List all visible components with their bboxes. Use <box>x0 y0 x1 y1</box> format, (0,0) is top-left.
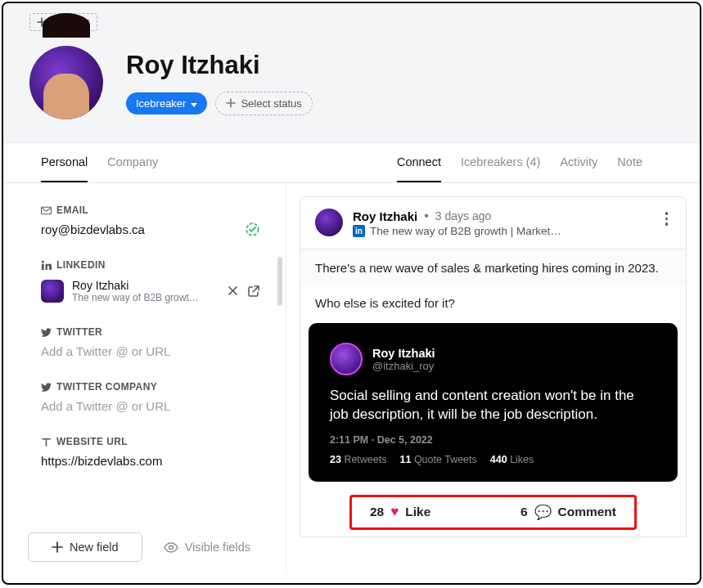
twitter-icon <box>41 327 52 338</box>
linkedin-avatar <box>41 280 64 303</box>
tweet-timestamp: 2:11 PM · Dec 5, 2022 <box>330 434 656 446</box>
activity-pane: Roy Itzhaki • 3 days ago in The new way … <box>286 183 700 573</box>
tab-activity[interactable]: Activity <box>560 143 597 182</box>
tweet-handle: @itzhaki_roy <box>372 360 435 372</box>
svg-point-4 <box>169 545 173 550</box>
tab-icebreakers[interactable]: Icebreakers (4) <box>461 143 541 182</box>
profile-name: Roy Itzhaki <box>126 51 313 80</box>
linkedin-badge-icon: in <box>353 225 365 237</box>
tweet-author: Roy Itzhaki <box>372 347 435 360</box>
profile-avatar <box>29 46 103 119</box>
linkedin-icon <box>41 260 52 271</box>
text-icon <box>41 437 52 447</box>
scrollbar-thumb[interactable] <box>277 257 282 306</box>
email-label: EMAIL <box>56 204 88 216</box>
details-sidebar: EMAIL roy@bizdevlabs.ca LINKEDIN <box>3 183 286 573</box>
post-avatar <box>315 209 343 236</box>
svg-rect-2 <box>42 263 44 269</box>
plus-icon <box>226 98 236 108</box>
website-label: WEBSITE URL <box>56 436 128 447</box>
profile-header: Add tags Roy Itzhaki Icebreaker Select s… <box>3 3 700 142</box>
post-header: Roy Itzhaki • 3 days ago in The new way … <box>300 196 687 249</box>
email-value[interactable]: roy@bizdevlabs.ca <box>41 222 145 236</box>
select-status-button[interactable]: Select status <box>215 92 312 115</box>
external-link-icon[interactable] <box>248 285 259 297</box>
twitter-company-input[interactable]: Add a Twitter @ or URL <box>41 399 259 413</box>
tweet-stats: 23 Retweets 11 Quote Tweets 440 Likes <box>330 454 656 465</box>
tab-connect[interactable]: Connect <box>397 143 441 182</box>
engagement-bar: 28 ♥ Like 6 💬 Comment <box>349 495 637 530</box>
email-icon <box>41 205 52 216</box>
tab-personal[interactable]: Personal <box>41 143 88 182</box>
post-age: 3 days ago <box>435 209 492 222</box>
icebreaker-badge[interactable]: Icebreaker <box>126 92 207 114</box>
visible-fields-button[interactable]: Visible fields <box>164 541 250 554</box>
post-menu-button[interactable] <box>662 209 672 229</box>
twitter-label: TWITTER <box>56 326 102 338</box>
tab-bar: Personal Company Connect Icebreakers (4)… <box>3 142 700 183</box>
chevron-down-icon <box>191 97 197 110</box>
post-text-line: Who else is excited for it? <box>300 286 686 323</box>
twitter-icon <box>41 382 52 393</box>
post-text-line: There's a new wave of sales & marketing … <box>300 249 686 286</box>
twitter-company-label: TWITTER COMPANY <box>56 381 157 393</box>
linkedin-card[interactable]: Roy Itzhaki The new way of B2B growth |… <box>41 279 259 303</box>
tab-company[interactable]: Company <box>107 143 158 182</box>
tab-note[interactable]: Note <box>617 143 642 182</box>
twitter-input[interactable]: Add a Twitter @ or URL <box>41 344 259 358</box>
linkedin-tagline: The new way of B2B growth |… <box>72 292 203 303</box>
tweet-body: Social selling and content creation won'… <box>330 387 656 424</box>
comment-button[interactable]: 6 💬 Comment <box>520 504 616 521</box>
comment-icon: 💬 <box>534 504 552 521</box>
like-button[interactable]: 28 ♥ Like <box>370 504 430 520</box>
website-value[interactable]: https://bizdevlabs.com <box>41 454 259 468</box>
linkedin-name: Roy Itzhaki <box>72 279 219 292</box>
svg-point-3 <box>42 260 44 263</box>
new-field-button[interactable]: New field <box>28 532 142 562</box>
tweet-embed: Roy Itzhaki @itzhaki_roy Social selling … <box>309 323 678 482</box>
heart-icon: ♥ <box>390 504 399 520</box>
post-subtitle: The new way of B2B growth | Market… <box>370 225 561 237</box>
close-icon[interactable] <box>228 285 238 296</box>
plus-icon <box>52 541 63 553</box>
tweet-avatar <box>330 343 363 375</box>
linkedin-label: LINKEDIN <box>56 259 106 271</box>
eye-icon <box>164 542 178 553</box>
post-author: Roy Itzhaki <box>353 209 417 223</box>
verified-icon <box>246 222 259 236</box>
